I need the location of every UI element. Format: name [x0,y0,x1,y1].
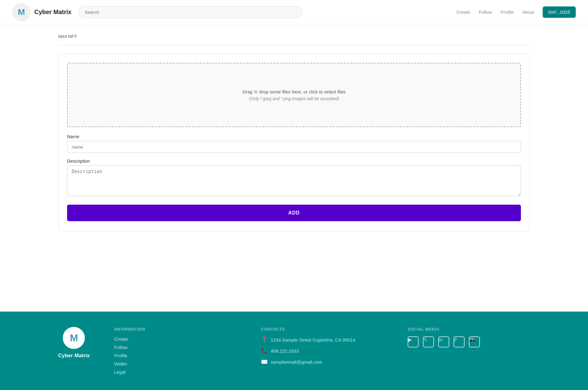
main-nav: Create Follow Profile About 0XF...0325 [456,6,576,18]
name-input[interactable] [67,141,521,153]
footer-social-title: SOCIAL MEDIA [408,327,530,331]
nav-create[interactable]: Create [456,9,470,15]
youtube-icon[interactable]: ▶ [408,336,419,347]
dropzone-sub-text: (Only *.jpeg and *.png images will be ac… [249,96,339,101]
logo-wrap[interactable]: M Cyber Matrix [12,3,71,21]
footer-link-create[interactable]: Create [114,336,236,342]
phone-icon: 📞 [261,347,268,354]
email-icon: ✉️ [261,358,268,365]
instagram-icon[interactable]: 📷 [469,336,480,347]
footer-link-legal[interactable]: Legal [114,369,236,375]
footer-contacts-title: CONTACTS [261,327,383,331]
name-group: Name [67,134,521,153]
footer-address: 📍 1234 Sample Street Cupertino, CA 95014 [261,336,383,343]
twitter-icon[interactable]: 𝕏 [423,336,434,347]
mint-nft-card: Drag 'n' drop some files here, or click … [58,54,530,231]
description-label: Description [67,158,521,164]
search-input[interactable] [79,6,302,18]
name-label: Name [67,134,521,139]
linkedin-icon[interactable]: in [438,336,449,347]
nav-profile[interactable]: Profile [501,9,514,15]
breadcrumb: Mint NFT [58,34,530,39]
footer-email: ✉️ sampleemail@gmail.com [261,358,383,365]
wallet-button[interactable]: 0XF...0325 [543,6,576,18]
footer-brand-name: Cyber Matrix [58,353,90,359]
pinterest-icon[interactable]: 𝑃 [454,336,465,347]
footer-contacts: CONTACTS 📍 1234 Sample Street Cupertino,… [261,327,383,369]
dropzone-main-text: Drag 'n' drop some files here, or click … [243,89,346,94]
divider [58,45,530,45]
footer: M Cyber Matrix INFORMATION Create Follow… [0,312,588,390]
footer-logo-icon: M [63,327,85,349]
footer-phone: 📞 408.222.3333 [261,347,383,354]
description-group: Description [67,158,521,197]
logo-icon: M [12,3,31,21]
footer-link-wallet[interactable]: Wallet [114,361,236,366]
footer-social: SOCIAL MEDIA ▶ 𝕏 in 𝑃 📷 [408,327,530,350]
footer-info-title: INFORMATION [114,327,236,331]
footer-link-profile[interactable]: Profile [114,353,236,358]
social-icons-group: ▶ 𝕏 in 𝑃 📷 [408,336,530,350]
nav-follow[interactable]: Follow [479,9,492,15]
search-bar [79,6,302,18]
location-icon: 📍 [261,336,268,343]
brand-name: Cyber Matrix [34,9,71,16]
nav-about[interactable]: About [522,9,534,15]
footer-information: INFORMATION Create Follow Profile Wallet… [114,327,236,378]
footer-brand: M Cyber Matrix [58,327,90,359]
footer-link-follow[interactable]: Follow [114,345,236,350]
description-input[interactable] [67,165,521,196]
file-dropzone[interactable]: Drag 'n' drop some files here, or click … [67,63,521,127]
add-button[interactable]: ADD [67,205,521,221]
